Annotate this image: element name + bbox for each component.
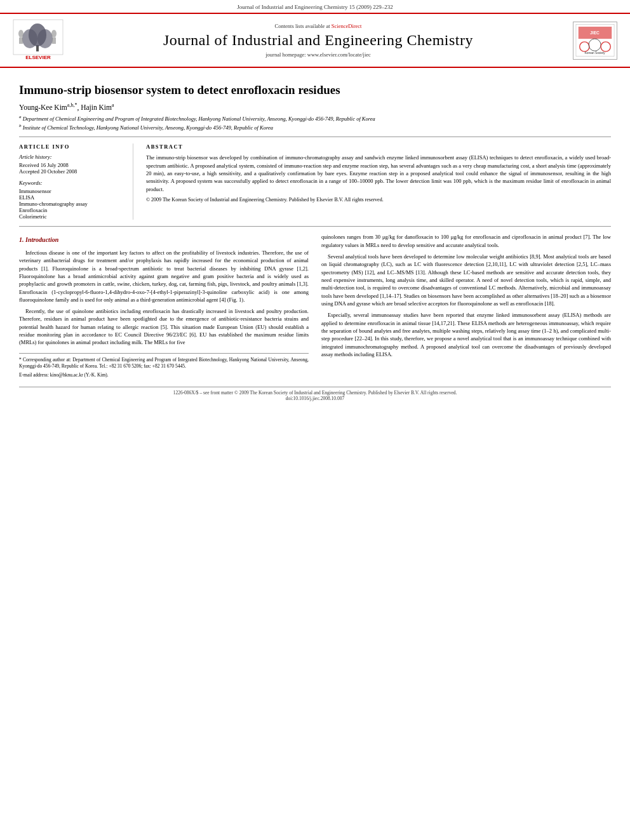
svg-text:Korean Society: Korean Society [584, 51, 605, 55]
svg-point-4 [29, 23, 46, 46]
body-right-col: quinolones ranges from 30 μg/kg for dano… [321, 233, 611, 380]
journal-header-center: Contents lists available at ScienceDirec… [70, 23, 566, 58]
bottom-doi: doi:10.1016/j.jiec.2008.10.007 [19, 396, 611, 401]
author-2-name: Hajin Kim [81, 103, 112, 111]
intro-para-1: Infectious disease is one of the importa… [19, 249, 309, 303]
journal-title: Journal of Industrial and Engineering Ch… [70, 32, 566, 49]
journal-header: ELSEVIER Contents lists available at Sci… [0, 13, 630, 68]
keyword-immunosensor: Immunosensor [19, 188, 125, 194]
abstract-text: The immuno-strip biosensor was developed… [146, 154, 611, 203]
article-main-content: Immuno-strip biosensor system to detect … [0, 68, 630, 411]
keyword-elisa: ELISA [19, 194, 125, 201]
contents-available-line: Contents lists available at ScienceDirec… [70, 23, 566, 29]
svg-rect-6 [19, 37, 23, 44]
article-info-header: ARTICLE INFO [19, 143, 125, 150]
keyword-enrofloxacin: Enrofloxacin [19, 207, 125, 213]
bottom-rights-text: 1226-086X/$ – see front matter © 2009 Th… [19, 390, 611, 396]
keyword-immuno-chromatography: Immuno-chromatography assay [19, 201, 125, 207]
affiliation-a: a Department of Chemical Engineering and… [19, 114, 611, 122]
journal-logo-area: JIEC Korean Society [566, 22, 617, 60]
article-title: Immuno-strip biosensor system to detect … [19, 83, 611, 97]
bottom-citation-bar: 1226-086X/$ – see front matter © 2009 Th… [19, 387, 611, 401]
intro-para-2: Recently, the use of quinolone antibioti… [19, 307, 309, 347]
abstract-header: ABSTRACT [146, 143, 611, 150]
body-content: 1. Introduction Infectious disease is on… [19, 233, 611, 380]
introduction-heading: 1. Introduction [19, 236, 309, 245]
intro-para-3: quinolones ranges from 30 μg/kg for dano… [321, 233, 611, 249]
svg-point-13 [580, 42, 589, 51]
body-left-col: 1. Introduction Infectious disease is on… [19, 233, 309, 380]
body-divider [19, 226, 611, 227]
svg-rect-8 [52, 37, 56, 44]
svg-point-7 [51, 30, 57, 37]
journal-citation: Journal of Industrial and Engineering Ch… [237, 4, 392, 10]
copyright-line: © 2009 The Korean Society of Industrial … [146, 196, 611, 204]
article-info-column: ARTICLE INFO Article history: Received 1… [19, 143, 133, 220]
svg-point-5 [18, 30, 23, 37]
affiliation-b: b Institute of Chemical Technology, Hank… [19, 123, 611, 131]
page-container: Journal of Industrial and Engineering Ch… [0, 0, 630, 840]
journal-identifier-bar: Journal of Industrial and Engineering Ch… [0, 0, 630, 13]
received-date: Received 16 July 2008 Accepted 20 Octobe… [19, 162, 125, 175]
intro-para-4: Several analytical tools have been devel… [321, 253, 611, 307]
keywords-label: Keywords: [19, 180, 125, 186]
svg-text:ELSEVIER: ELSEVIER [25, 55, 51, 60]
sciencedirect-link[interactable]: ScienceDirect [332, 23, 362, 29]
affiliations: a Department of Chemical Engineering and… [19, 114, 611, 131]
footnote-email: E-mail address: kino@hknu.ac.kr (Y.-K. K… [19, 372, 309, 379]
abstract-column: ABSTRACT The immuno-strip biosensor was … [146, 143, 611, 220]
history-label: Article history: [19, 154, 125, 160]
elsevier-logo-area: ELSEVIER [13, 19, 70, 62]
svg-point-15 [601, 42, 610, 51]
svg-point-14 [589, 39, 601, 51]
elsevier-logo-svg: ELSEVIER [13, 19, 64, 60]
footnote-corresponding: * Corresponding author at: Department of… [19, 357, 309, 370]
svg-text:JIEC: JIEC [590, 30, 600, 35]
author-1-sup: a,b,* [67, 102, 77, 108]
journal-logo-svg: JIEC Korean Society [575, 23, 615, 58]
footnotes: * Corresponding author at: Department of… [19, 353, 309, 379]
intro-para-5: Especially, several immunoassay studies … [321, 311, 611, 358]
author-2-sup: a [112, 102, 114, 108]
article-info-abstract-section: ARTICLE INFO Article history: Received 1… [19, 143, 611, 220]
header-divider [19, 137, 611, 137]
journal-homepage: journal homepage: www.elsevier.com/locat… [70, 51, 566, 58]
author-1-name: Young-Kee Kim [19, 103, 67, 111]
authors-line: Young-Kee Kima,b,*, Hajin Kima [19, 102, 611, 111]
journal-logo-box: JIEC Korean Society [573, 22, 617, 60]
keyword-colorimetric: Colorimetric [19, 213, 125, 220]
